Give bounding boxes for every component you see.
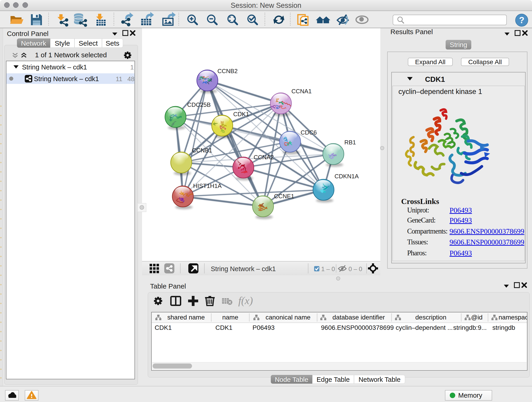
- svg-text:CDC25B: CDC25B: [187, 101, 211, 108]
- svg-text:CDC6: CDC6: [301, 129, 317, 136]
- svg-text:RB1: RB1: [344, 139, 356, 146]
- svg-text:HIST1H1A: HIST1H1A: [193, 182, 222, 189]
- svg-text:CCNB2: CCNB2: [217, 68, 238, 75]
- svg-text:CDK1: CDK1: [233, 111, 249, 118]
- svg-text:?: ?: [519, 15, 524, 25]
- svg-text:CCNA2: CCNA2: [254, 154, 274, 161]
- svg-text:Memory: Memory: [458, 392, 482, 399]
- svg-text:CCNE1: CCNE1: [274, 193, 294, 200]
- svg-text:CCNA1: CCNA1: [291, 88, 312, 95]
- svg-text:CCNB1: CCNB1: [192, 147, 212, 154]
- svg-text:f(x): f(x): [238, 295, 253, 306]
- svg-text:CDKN1A: CDKN1A: [335, 173, 359, 180]
